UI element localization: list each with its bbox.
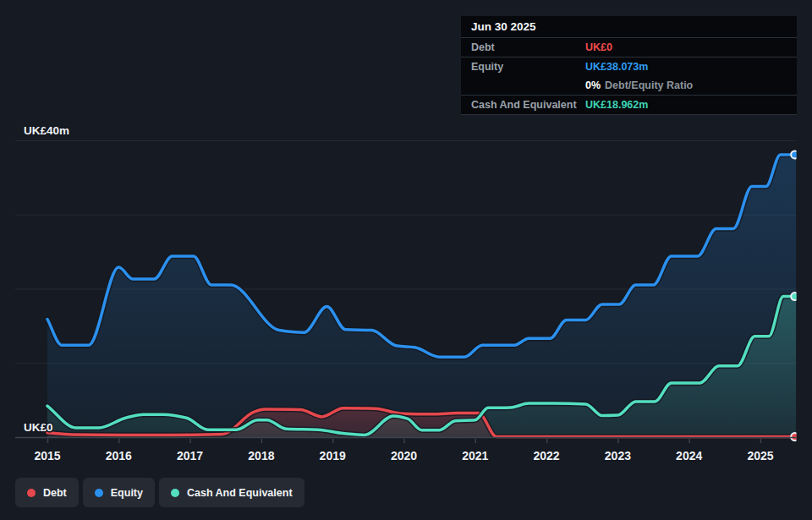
tooltip-ratio-label: Debt/Equity Ratio [605, 79, 693, 91]
equity-dot-icon [95, 489, 103, 497]
x-axis-label-2024: 2024 [676, 449, 702, 463]
tooltip-cash-value: UK£18.962m [585, 96, 648, 114]
tooltip-row-ratio: 0%Debt/Equity Ratio [461, 76, 797, 96]
legend-label-equity: Equity [111, 487, 143, 499]
x-axis-label-2020: 2020 [391, 449, 417, 463]
plot-area [47, 151, 798, 441]
x-axis-label-2019: 2019 [320, 449, 346, 463]
tooltip-row-cash: Cash And Equivalent UK£18.962m [461, 96, 797, 115]
x-axis-label-2023: 2023 [605, 449, 631, 463]
x-axis-label-2022: 2022 [534, 449, 560, 463]
y-axis-label-40m: UK£40m [24, 124, 69, 137]
legend-item-equity[interactable]: Equity [83, 478, 155, 507]
tooltip-row-debt: Debt UK£0 [461, 38, 797, 57]
debt-equity-chart-panel: UK£40mUK£0201520162017201820192020202120… [0, 0, 812, 520]
x-axis-label-2025: 2025 [747, 449, 773, 463]
legend-item-debt[interactable]: Debt [15, 478, 79, 507]
x-axis-label-2016: 2016 [106, 449, 132, 463]
tooltip-equity-value: UK£38.073m [585, 57, 648, 76]
tooltip-cash-label: Cash And Equivalent [471, 99, 577, 111]
x-axis-label-2017: 2017 [177, 449, 203, 463]
tooltip-debt-label: Debt [471, 41, 495, 53]
debt-end-marker [791, 433, 798, 441]
x-axis-label-2021: 2021 [462, 449, 488, 463]
x-axis-label-2018: 2018 [248, 449, 274, 463]
tooltip-ratio: 0%Debt/Equity Ratio [585, 76, 693, 95]
cash-dot-icon [171, 489, 179, 497]
equity-end-marker [791, 151, 798, 158]
debt-dot-icon [27, 489, 36, 497]
x-axis-label-2015: 2015 [34, 449, 60, 463]
tooltip-ratio-value: 0% [585, 79, 601, 91]
tooltip-debt-value: UK£0 [585, 38, 612, 57]
legend: Debt Equity Cash And Equivalent [15, 478, 304, 507]
cash-end-marker [791, 293, 798, 300]
legend-label-debt: Debt [43, 487, 67, 499]
tooltip: Jun 30 2025 Debt UK£0 Equity UK£38.073m … [461, 16, 797, 115]
legend-item-cash[interactable]: Cash And Equivalent [159, 478, 304, 507]
tooltip-equity-label: Equity [471, 61, 503, 73]
tooltip-row-equity: Equity UK£38.073m [461, 57, 797, 76]
legend-label-cash: Cash And Equivalent [187, 487, 293, 499]
y-axis-label-0m: UK£0 [24, 421, 53, 434]
tooltip-date: Jun 30 2025 [461, 16, 797, 38]
